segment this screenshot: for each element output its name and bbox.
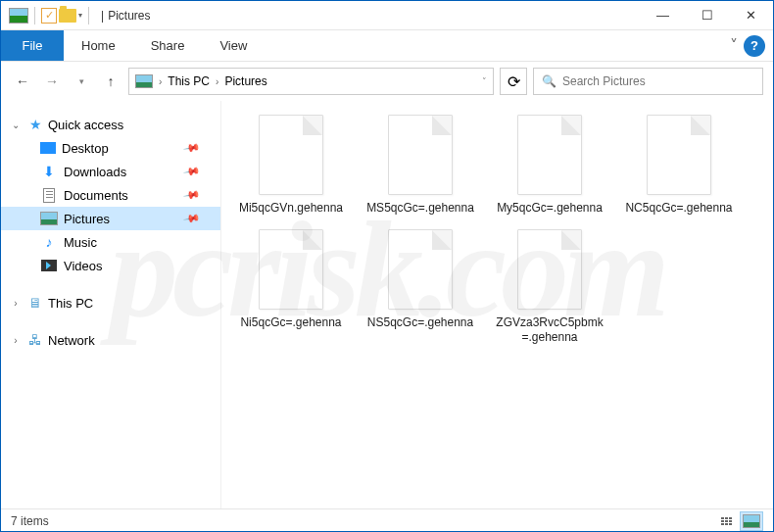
sidebar-item-label: Music bbox=[64, 235, 97, 250]
window-controls: — ☐ ✕ bbox=[641, 1, 773, 30]
file-item[interactable]: Mi5qcGVn.gehenna bbox=[237, 115, 345, 216]
qat-separator-2 bbox=[88, 7, 89, 24]
quick-access-node[interactable]: ⌄ ★ Quick access bbox=[1, 113, 220, 136]
thumb-icon bbox=[743, 514, 760, 528]
sidebar-item-label: Videos bbox=[64, 259, 103, 273]
crumb-pictures[interactable]: Pictures bbox=[224, 74, 266, 88]
file-item[interactable]: NS5qcGc=.gehenna bbox=[366, 229, 474, 345]
pin-icon: 📌 bbox=[183, 163, 202, 181]
maximize-button[interactable]: ☐ bbox=[685, 1, 729, 30]
expander-icon[interactable]: › bbox=[9, 298, 23, 309]
file-name: NS5qcGc=.gehenna bbox=[367, 315, 473, 330]
tree-label: Quick access bbox=[48, 118, 123, 132]
sidebar-item-label: Documents bbox=[64, 188, 128, 203]
status-bar: 7 items bbox=[1, 508, 773, 532]
this-pc-node[interactable]: › 🖥 This PC bbox=[1, 291, 220, 314]
large-icons-view-button[interactable] bbox=[740, 511, 763, 531]
file-tab[interactable]: File bbox=[1, 30, 64, 61]
tab-view[interactable]: View bbox=[202, 30, 265, 61]
forward-button[interactable]: → bbox=[40, 70, 64, 93]
file-icon bbox=[517, 115, 582, 195]
file-name: MS5qcGc=.gehenna bbox=[366, 201, 474, 216]
pin-icon: 📌 bbox=[183, 139, 202, 158]
close-button[interactable]: ✕ bbox=[729, 1, 773, 30]
crumb-label: Pictures bbox=[224, 74, 266, 88]
refresh-button[interactable]: ⟳ bbox=[500, 68, 527, 95]
file-grid: Mi5qcGVn.gehennaMS5qcGc=.gehennaMy5qcGc=… bbox=[237, 115, 757, 345]
tab-share[interactable]: Share bbox=[133, 30, 203, 61]
address-bar[interactable]: › This PC › Pictures ˅ bbox=[128, 68, 494, 95]
address-toolbar: ← → ▾ ↑ › This PC › Pictures ˅ ⟳ 🔍 bbox=[1, 62, 773, 101]
body: ⌄ ★ Quick access Desktop📌⬇Downloads📌Docu… bbox=[1, 101, 773, 508]
sidebar-item-label: Downloads bbox=[64, 165, 126, 179]
ribbon-expand-button[interactable]: ˅ bbox=[724, 30, 744, 61]
crumb-this-pc[interactable]: This PC bbox=[168, 74, 210, 88]
file-name: ZGVza3RvcC5pbmk=.gehenna bbox=[496, 315, 604, 345]
sidebar-item-desktop[interactable]: Desktop📌 bbox=[1, 136, 220, 160]
pictures-icon bbox=[40, 211, 58, 226]
sidebar-item-videos[interactable]: Videos bbox=[1, 254, 220, 277]
videos-icon bbox=[40, 258, 58, 273]
file-icon bbox=[259, 115, 323, 195]
back-button[interactable]: ← bbox=[11, 70, 34, 93]
title-bar: ✓ ▾ | Pictures — ☐ ✕ bbox=[1, 1, 773, 30]
sidebar-item-documents[interactable]: Documents📌 bbox=[1, 183, 220, 207]
file-item[interactable]: ZGVza3RvcC5pbmk=.gehenna bbox=[496, 229, 604, 345]
qat-newfolder-icon[interactable] bbox=[59, 9, 76, 23]
download-icon: ⬇ bbox=[40, 164, 58, 179]
item-count: 7 items bbox=[11, 514, 49, 528]
file-item[interactable]: MS5qcGc=.gehenna bbox=[366, 115, 474, 216]
expander-icon[interactable]: ⌄ bbox=[9, 120, 23, 130]
address-dropdown[interactable]: ˅ bbox=[482, 76, 487, 86]
window-title: Pictures bbox=[108, 9, 150, 23]
network-icon: 🖧 bbox=[26, 332, 44, 348]
details-view-button[interactable] bbox=[714, 511, 738, 531]
help-button[interactable]: ? bbox=[744, 35, 765, 57]
breadcrumb-sep[interactable]: › bbox=[159, 76, 162, 87]
qat: ✓ ▾ | Pictures bbox=[1, 7, 150, 24]
pc-icon: 🖥 bbox=[26, 295, 44, 311]
sidebar-item-label: Pictures bbox=[64, 212, 110, 226]
location-icon bbox=[135, 74, 153, 88]
desktop-icon bbox=[40, 142, 56, 154]
file-item[interactable]: My5qcGc=.gehenna bbox=[496, 115, 604, 216]
content-pane[interactable]: Mi5qcGVn.gehennaMS5qcGc=.gehennaMy5qcGc=… bbox=[221, 101, 773, 508]
file-icon bbox=[259, 229, 323, 310]
up-button[interactable]: ↑ bbox=[99, 70, 122, 93]
qat-separator bbox=[34, 7, 35, 24]
file-name: Ni5qcGc=.gehenna bbox=[240, 315, 341, 330]
document-icon bbox=[40, 187, 58, 203]
quick-access-group: ⌄ ★ Quick access Desktop📌⬇Downloads📌Docu… bbox=[1, 113, 220, 277]
sidebar-item-music[interactable]: ♪Music bbox=[1, 230, 220, 254]
search-icon: 🔍 bbox=[542, 74, 556, 88]
network-node[interactable]: › 🖧 Network bbox=[1, 328, 220, 352]
tab-home[interactable]: Home bbox=[64, 30, 133, 61]
recent-locations-dropdown[interactable]: ▾ bbox=[70, 70, 93, 93]
tree-label: This PC bbox=[48, 296, 93, 311]
expander-icon[interactable]: › bbox=[9, 335, 23, 346]
qat-customize-dropdown[interactable]: ▾ bbox=[78, 11, 82, 20]
file-name: My5qcGc=.gehenna bbox=[497, 201, 603, 216]
ribbon: File Home Share View ˅ ? bbox=[1, 30, 773, 62]
qat-properties-icon[interactable]: ✓ bbox=[41, 8, 57, 24]
music-icon: ♪ bbox=[40, 234, 58, 250]
pin-icon: 📌 bbox=[183, 210, 202, 228]
file-icon bbox=[647, 115, 711, 195]
tree-label: Network bbox=[48, 333, 95, 348]
file-icon bbox=[388, 229, 453, 310]
search-input[interactable] bbox=[562, 74, 754, 88]
search-box[interactable]: 🔍 bbox=[533, 68, 763, 95]
sidebar-item-pictures[interactable]: Pictures📌 bbox=[1, 207, 220, 230]
crumb-label: This PC bbox=[168, 74, 210, 88]
file-icon bbox=[517, 229, 582, 310]
sidebar-item-downloads[interactable]: ⬇Downloads📌 bbox=[1, 160, 220, 183]
pin-icon: 📌 bbox=[183, 186, 202, 205]
minimize-button[interactable]: — bbox=[641, 1, 685, 30]
breadcrumb-sep[interactable]: › bbox=[216, 76, 218, 87]
file-name: NC5qcGc=.gehenna bbox=[625, 201, 732, 216]
file-item[interactable]: NC5qcGc=.gehenna bbox=[625, 115, 733, 216]
file-item[interactable]: Ni5qcGc=.gehenna bbox=[237, 229, 345, 345]
file-icon bbox=[388, 115, 453, 195]
navigation-pane[interactable]: ⌄ ★ Quick access Desktop📌⬇Downloads📌Docu… bbox=[1, 101, 221, 508]
sidebar-item-label: Desktop bbox=[62, 141, 109, 156]
